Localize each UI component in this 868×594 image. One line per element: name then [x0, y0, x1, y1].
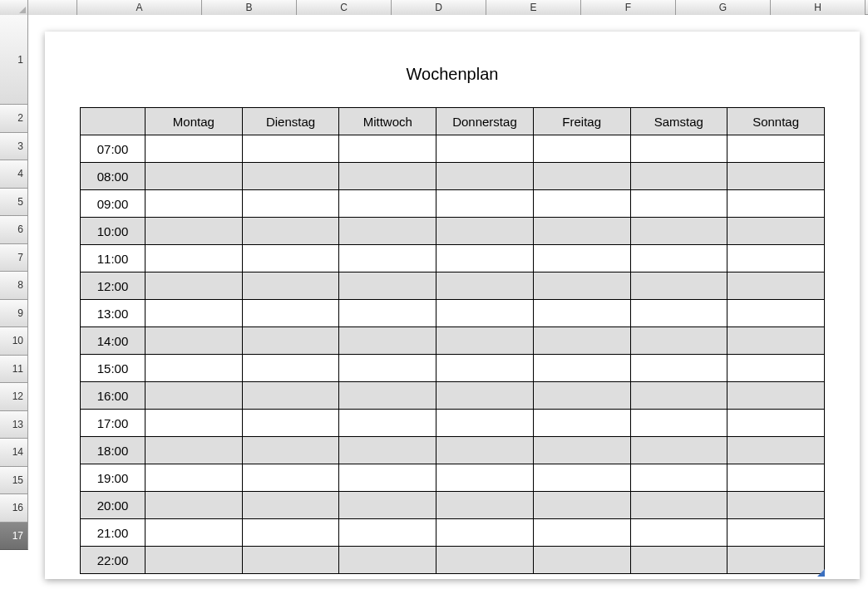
cell[interactable] [436, 464, 534, 492]
cell[interactable] [145, 382, 243, 410]
cell[interactable] [727, 547, 825, 574]
cell[interactable] [145, 190, 243, 218]
header-blank[interactable] [81, 108, 145, 135]
cell[interactable] [533, 382, 630, 410]
cell[interactable] [242, 437, 339, 464]
time-cell[interactable]: 14:00 [81, 327, 145, 355]
column-header-D[interactable]: D [392, 0, 486, 15]
row-header-6[interactable]: 6 [0, 216, 28, 244]
time-cell[interactable]: 21:00 [81, 519, 145, 547]
cell[interactable] [533, 437, 630, 464]
cell[interactable] [630, 519, 727, 547]
cell[interactable] [242, 519, 339, 547]
cell[interactable] [145, 437, 243, 464]
cell[interactable] [630, 410, 727, 437]
time-cell[interactable]: 20:00 [81, 492, 145, 519]
row-header-2[interactable]: 2 [0, 105, 28, 133]
cell[interactable] [630, 135, 727, 163]
column-header-E[interactable]: E [486, 0, 581, 15]
cell[interactable] [242, 492, 339, 519]
cell[interactable] [145, 300, 243, 327]
day-header-1[interactable]: Dienstag [242, 108, 339, 135]
time-cell[interactable]: 17:00 [81, 410, 145, 437]
column-header-H[interactable]: H [771, 0, 866, 15]
cell[interactable] [242, 410, 339, 437]
cell[interactable] [630, 245, 727, 272]
time-cell[interactable]: 15:00 [81, 355, 145, 382]
time-cell[interactable]: 12:00 [81, 272, 145, 300]
cell[interactable] [533, 355, 630, 382]
cell[interactable] [339, 218, 436, 245]
cell[interactable] [339, 519, 436, 547]
cell[interactable] [533, 190, 630, 218]
cell[interactable] [242, 355, 339, 382]
cell[interactable] [727, 245, 825, 272]
time-cell[interactable]: 09:00 [81, 190, 145, 218]
row-header-3[interactable]: 3 [0, 133, 28, 161]
cell[interactable] [727, 410, 825, 437]
cell[interactable] [727, 327, 825, 355]
cell[interactable] [145, 410, 243, 437]
cell[interactable] [630, 547, 727, 574]
cell[interactable] [339, 327, 436, 355]
cell[interactable] [436, 547, 534, 574]
cell[interactable] [242, 382, 339, 410]
row-header-9[interactable]: 9 [0, 300, 28, 328]
cell[interactable] [630, 382, 727, 410]
select-all-corner[interactable] [0, 0, 28, 15]
cell[interactable] [339, 163, 436, 190]
cell[interactable] [145, 547, 243, 574]
cell[interactable] [727, 519, 825, 547]
cell[interactable] [727, 464, 825, 492]
cell[interactable] [630, 464, 727, 492]
time-cell[interactable]: 16:00 [81, 382, 145, 410]
row-header-4[interactable]: 4 [0, 160, 28, 189]
cell[interactable] [145, 355, 243, 382]
cell[interactable] [630, 272, 727, 300]
cell[interactable] [533, 327, 630, 355]
cell[interactable] [242, 464, 339, 492]
cell[interactable] [727, 492, 825, 519]
cell[interactable] [727, 355, 825, 382]
cell[interactable] [242, 272, 339, 300]
cell[interactable] [242, 163, 339, 190]
day-header-0[interactable]: Montag [145, 108, 243, 135]
day-header-6[interactable]: Sonntag [727, 108, 825, 135]
cell[interactable] [630, 355, 727, 382]
cell[interactable] [436, 437, 534, 464]
row-header-12[interactable]: 12 [0, 383, 28, 411]
cell[interactable] [436, 163, 534, 190]
cell[interactable] [339, 135, 436, 163]
cell[interactable] [145, 492, 243, 519]
time-cell[interactable]: 08:00 [81, 163, 145, 190]
cell[interactable] [727, 382, 825, 410]
cell[interactable] [630, 437, 727, 464]
cell[interactable] [727, 135, 825, 163]
cell[interactable] [145, 272, 243, 300]
cell[interactable] [242, 218, 339, 245]
row-header-17[interactable]: 17 [0, 523, 28, 551]
cell[interactable] [339, 190, 436, 218]
cell[interactable] [339, 355, 436, 382]
cell[interactable] [242, 300, 339, 327]
day-header-5[interactable]: Samstag [630, 108, 727, 135]
time-cell[interactable]: 19:00 [81, 464, 145, 492]
row-header-13[interactable]: 13 [0, 411, 28, 439]
row-header-15[interactable]: 15 [0, 467, 28, 495]
cell[interactable] [145, 135, 243, 163]
cell[interactable] [727, 300, 825, 327]
cell[interactable] [145, 519, 243, 547]
cell[interactable] [145, 218, 243, 245]
cell[interactable] [533, 135, 630, 163]
cell[interactable] [242, 190, 339, 218]
cell[interactable] [727, 190, 825, 218]
cell[interactable] [436, 492, 534, 519]
cell[interactable] [436, 245, 534, 272]
cell[interactable] [339, 245, 436, 272]
cell[interactable] [533, 163, 630, 190]
day-header-3[interactable]: Donnerstag [436, 108, 534, 135]
row-header-1[interactable]: 1 [0, 15, 28, 105]
time-cell[interactable]: 07:00 [81, 135, 145, 163]
cell[interactable] [533, 245, 630, 272]
column-header-F[interactable]: F [581, 0, 676, 15]
